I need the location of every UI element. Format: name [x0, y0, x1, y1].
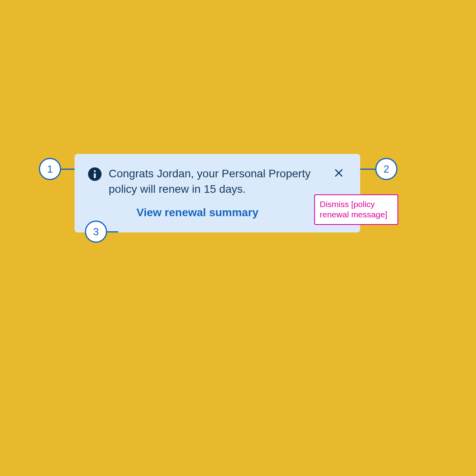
annotation-1-circle: 1: [39, 158, 61, 180]
close-button[interactable]: [331, 165, 347, 181]
annotation-2-circle: 2: [375, 158, 397, 180]
annotation-3-connector: [106, 231, 118, 232]
view-renewal-summary-link[interactable]: View renewal summary: [136, 206, 259, 219]
annotation-2-connector: [360, 169, 375, 170]
close-icon: [334, 168, 344, 178]
dismiss-tooltip: Dismiss [policy renewal message]: [314, 194, 398, 225]
notification-top-row: Congrats Jordan, your Personal Property …: [88, 166, 347, 197]
diagram-stage: Congrats Jordan, your Personal Property …: [0, 0, 476, 476]
info-icon: [88, 167, 102, 181]
annotation-1-connector: [61, 169, 75, 170]
annotation-3-circle: 3: [85, 221, 107, 243]
notification-message: Congrats Jordan, your Personal Property …: [109, 166, 331, 197]
